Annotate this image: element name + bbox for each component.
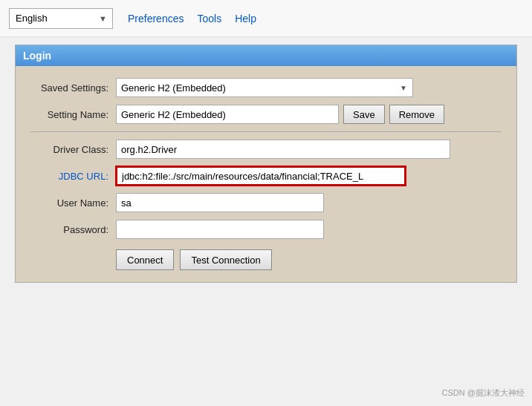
setting-name-input[interactable] bbox=[116, 105, 339, 124]
language-select-wrapper: English German French ▼ bbox=[9, 8, 113, 29]
driver-class-row: Driver Class: bbox=[30, 140, 502, 159]
jdbc-url-row: JDBC URL: bbox=[30, 166, 502, 186]
tools-link[interactable]: Tools bbox=[197, 13, 221, 24]
password-label: Password: bbox=[30, 224, 116, 235]
divider bbox=[30, 131, 502, 132]
dialog-title: Login bbox=[16, 45, 516, 66]
menu-bar: English German French ▼ Preferences Tool… bbox=[0, 0, 532, 37]
action-buttons-row: Connect Test Connection bbox=[30, 249, 502, 270]
jdbc-url-input[interactable] bbox=[116, 166, 406, 186]
saved-settings-row: Saved Settings: Generic H2 (Embedded) Ge… bbox=[30, 78, 502, 97]
login-dialog: Login Saved Settings: Generic H2 (Embedd… bbox=[15, 45, 517, 283]
watermark: CSDN @掘沫渣大神经 bbox=[442, 387, 525, 399]
language-select[interactable]: English German French bbox=[9, 8, 113, 29]
test-connection-button[interactable]: Test Connection bbox=[180, 249, 271, 270]
jdbc-url-label: JDBC URL: bbox=[30, 171, 116, 182]
preferences-link[interactable]: Preferences bbox=[128, 13, 184, 24]
user-name-row: User Name: bbox=[30, 193, 502, 212]
save-button[interactable]: Save bbox=[343, 105, 385, 124]
dialog-body: Saved Settings: Generic H2 (Embedded) Ge… bbox=[16, 66, 516, 282]
menu-links: Preferences Tools Help bbox=[128, 13, 256, 24]
setting-name-label: Setting Name: bbox=[30, 109, 116, 120]
remove-button[interactable]: Remove bbox=[389, 105, 444, 124]
driver-class-input[interactable] bbox=[116, 140, 450, 159]
saved-settings-select[interactable]: Generic H2 (Embedded) Generic H2 (Server… bbox=[116, 78, 413, 97]
saved-settings-select-wrapper: Generic H2 (Embedded) Generic H2 (Server… bbox=[116, 78, 413, 97]
connect-button[interactable]: Connect bbox=[116, 249, 174, 270]
password-input[interactable] bbox=[116, 220, 324, 239]
help-link[interactable]: Help bbox=[235, 13, 256, 24]
password-row: Password: bbox=[30, 220, 502, 239]
user-name-label: User Name: bbox=[30, 197, 116, 209]
saved-settings-label: Saved Settings: bbox=[30, 82, 116, 94]
user-name-input[interactable] bbox=[116, 193, 324, 212]
driver-class-label: Driver Class: bbox=[30, 144, 116, 155]
setting-name-row: Setting Name: Save Remove bbox=[30, 105, 502, 124]
